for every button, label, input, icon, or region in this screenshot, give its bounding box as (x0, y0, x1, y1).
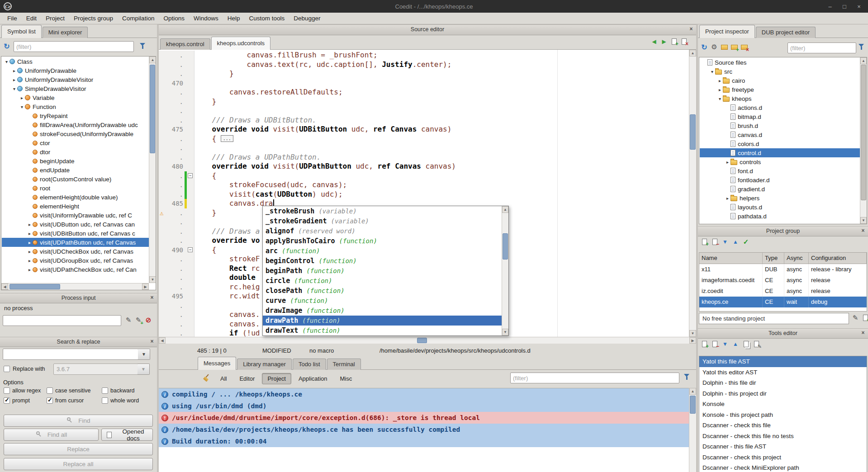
file-item-controls[interactable]: ▸controls (700, 157, 860, 166)
expand-arrow-icon[interactable]: ▸ (11, 68, 17, 73)
gutter-cell[interactable]: 495 (159, 292, 194, 301)
completion-item-drawpath[interactable]: drawPath(function) (263, 316, 502, 326)
symbol-item-simpledrawablevisitor[interactable]: ▾SimpleDrawableVisitor (2, 84, 149, 93)
pen-icon[interactable] (124, 316, 133, 325)
project-filter-input[interactable] (787, 42, 856, 53)
file-item-gradient-d[interactable]: gradient.d (700, 184, 860, 194)
move-down-icon[interactable] (721, 340, 730, 349)
gutter-cell[interactable]: . (159, 69, 194, 79)
folder-add-icon[interactable] (730, 42, 739, 52)
collapse-arrow-icon[interactable]: ▾ (4, 59, 9, 64)
close-icon[interactable]: × (860, 330, 866, 336)
pen-icon[interactable] (851, 313, 860, 322)
tool-item-dscanner-check-this-project[interactable]: Dscanner - check this project (699, 452, 867, 463)
scrollbar-thumb[interactable] (9, 284, 60, 289)
menu-windows[interactable]: Windows (189, 14, 223, 23)
scroll-down-icon[interactable]: ▼ (689, 330, 696, 337)
doc-close-icon[interactable] (679, 37, 688, 46)
gutter-cell[interactable]: . (159, 273, 194, 283)
code-line[interactable]: . canvas.text(rc, udc.caption[], Justify… (159, 60, 689, 70)
completion-item-curve[interactable]: curve(function) (263, 296, 502, 306)
menu-help[interactable]: Help (223, 14, 245, 23)
gutter-cell[interactable]: . (159, 236, 194, 245)
symbol-item-visit-udpathbutton-udc-ref-canvas[interactable]: ▸visit(UDPathButton udc, ref Canvas (2, 238, 149, 247)
tool-item-yatol-this-file-ast[interactable]: Yatol this file AST (699, 356, 867, 367)
menu-project[interactable]: Project (41, 14, 69, 23)
expand-arrow-icon[interactable]: ▸ (27, 258, 33, 263)
completion-item-beginpath[interactable]: beginPath(function) (263, 266, 502, 276)
symbol-item-visit-udcheckbox-udc-ref-canvas[interactable]: ▸visit(UDCheckBox udc, ref Canvas (2, 247, 149, 256)
checkbox-prompt[interactable]: prompt (4, 397, 47, 404)
funnel-icon[interactable] (857, 42, 866, 52)
edit-icon[interactable] (752, 340, 761, 349)
message-row[interactable]: iBuild duration: 00:00:04 (159, 435, 696, 447)
gutter-cell[interactable]: . (159, 217, 194, 227)
project-row-x11[interactable]: x11DUBasyncrelease - library (699, 264, 867, 275)
tool-item-dscanner-check-miniexplorer-path[interactable]: Dscanner - check MiniExplorer path (699, 463, 867, 472)
code-line[interactable]: . { ... (159, 134, 689, 144)
gutter-cell[interactable]: . (159, 180, 194, 190)
scroll-up-icon[interactable]: ▲ (149, 57, 156, 63)
scrollbar-thumb[interactable] (150, 65, 155, 153)
fold-box-icon[interactable] (187, 171, 194, 181)
expand-arrow-icon[interactable]: ▸ (717, 78, 723, 83)
tool-item-dolphin-this-project-dir[interactable]: Dolphin - this project dir (699, 388, 867, 399)
filter-editor[interactable]: Editor (234, 373, 260, 384)
project-row-kheops-ce[interactable]: kheops.ceCEwaitdebug (699, 297, 867, 307)
symbol-item-visit-udgroupbox-udc-ref-canvas[interactable]: ▸visit(UDGroupBox udc, ref Canvas (2, 256, 149, 265)
code-line[interactable]: . } (159, 69, 689, 79)
file-item-helpers[interactable]: ▸helpers (700, 194, 860, 203)
doc-add-icon[interactable] (700, 237, 709, 246)
symbol-item-beginupdate[interactable]: beginUpdate (2, 156, 149, 165)
tool-item-yatol-this-editor-ast[interactable]: Yatol this editor AST (699, 367, 867, 378)
symbol-item-root[interactable]: root (2, 184, 149, 193)
find-all-button[interactable]: Find all (4, 429, 99, 441)
menu-edit[interactable]: Edit (22, 14, 41, 23)
code-line[interactable]: . visit(cast(UDButton) udc); (159, 190, 689, 199)
code-line[interactable]: 475 override void visit(UDBitButton udc,… (159, 125, 689, 134)
file-item-brush-d[interactable]: brush.d (700, 121, 860, 130)
tab-project-inspector[interactable]: Project inspector (699, 25, 755, 38)
close-icon[interactable]: × (860, 228, 866, 234)
run-check-icon[interactable] (741, 237, 750, 246)
refresh-icon[interactable] (2, 42, 11, 51)
symbol-item-uniformlydrawable[interactable]: ▸UniformlyDrawable (2, 66, 149, 75)
gutter-cell[interactable]: . (159, 60, 194, 70)
file-item-source-files[interactable]: Source files (700, 58, 860, 67)
folded-code-box[interactable]: ... (221, 135, 233, 142)
titlebar[interactable]: Ce Coedit - /.../kheops/kheops.ce –□× (0, 0, 868, 13)
filter-application[interactable]: Application (293, 373, 333, 384)
message-filter-input[interactable] (510, 373, 679, 383)
tool-item-konsole[interactable]: Konsole (699, 399, 867, 410)
gutter-cell[interactable]: . (159, 310, 194, 320)
gutter-cell[interactable]: 470 (159, 79, 194, 88)
completion-item-strokebrush[interactable]: _strokeBrush(variable) (263, 206, 502, 216)
completion-item-circle[interactable]: circle(function) (263, 276, 502, 286)
menu-options[interactable]: Options (159, 14, 189, 23)
checkbox-box[interactable] (47, 397, 53, 404)
prev-icon[interactable] (650, 37, 659, 46)
checkbox-allow-regex[interactable]: allow regex (4, 387, 47, 394)
checkbox-from-cursor[interactable]: from cursor (47, 397, 102, 404)
gutter-cell[interactable]: 485 (159, 199, 194, 208)
gutter-cell[interactable]: . (159, 301, 194, 311)
next-icon[interactable] (659, 37, 669, 46)
expand-arrow-icon[interactable]: ▸ (27, 249, 33, 254)
completion-item-applybrushtocairo[interactable]: applyBrushToCairo(function) (263, 236, 502, 246)
symbol-item-tryrepaint[interactable]: tryRepaint (2, 111, 149, 120)
code-line[interactable]: . (159, 106, 689, 116)
file-item-colors-d[interactable]: colors.d (700, 139, 860, 148)
collapse-arrow-icon[interactable]: ▾ (11, 86, 17, 91)
column-header-async[interactable]: Async (784, 253, 809, 264)
tool-item-dolphin-this-file-dir[interactable]: Dolphin - this file dir (699, 378, 867, 388)
file-item-layouts-d[interactable]: layouts.d (700, 203, 860, 212)
code-line[interactable]: 480 override void visit(UDPathButton udc… (159, 162, 689, 171)
scroll-up-icon[interactable]: ▲ (860, 57, 867, 64)
doc-remove-icon[interactable] (710, 237, 719, 246)
file-item-freetype[interactable]: ▸freetype (700, 85, 860, 94)
gutter-cell[interactable]: . (159, 227, 194, 236)
symbol-item-variable[interactable]: ▸Variable (2, 93, 149, 102)
menu-custom-tools[interactable]: Custom tools (244, 14, 289, 23)
gutter-cell[interactable]: . (159, 134, 194, 144)
symbol-item-class[interactable]: ▾Class (2, 57, 149, 66)
